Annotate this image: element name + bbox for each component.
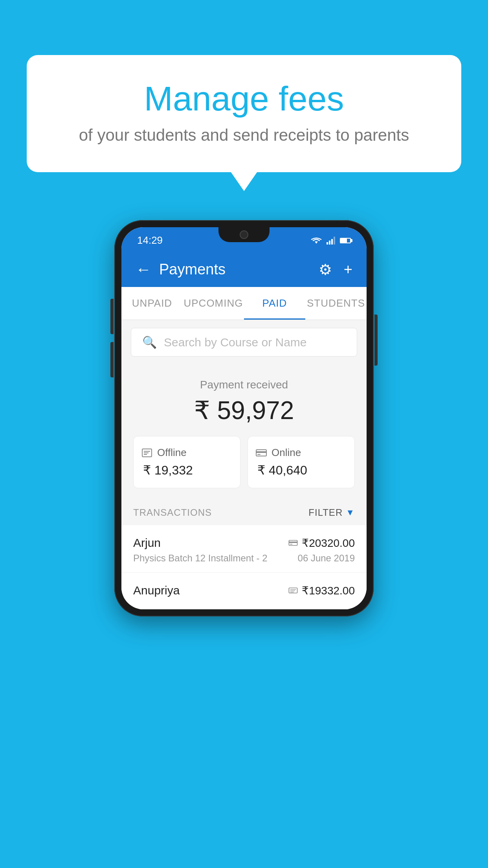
online-card: Online ₹ 40,640 bbox=[248, 436, 355, 488]
tab-unpaid[interactable]: UNPAID bbox=[121, 287, 183, 320]
transaction-top-arjun: Arjun ₹20320.00 bbox=[133, 536, 355, 550]
filter-button[interactable]: FILTER ▼ bbox=[308, 507, 355, 518]
filter-label: FILTER bbox=[308, 507, 343, 518]
svg-rect-14 bbox=[290, 544, 293, 544]
svg-marker-0 bbox=[315, 241, 318, 244]
payment-cards: Offline ₹ 19,332 Online bbox=[133, 436, 355, 488]
add-icon[interactable]: + bbox=[344, 261, 352, 278]
header-right: ⚙ + bbox=[319, 261, 352, 278]
transaction-method-icon bbox=[288, 539, 298, 546]
online-card-header: Online bbox=[256, 447, 347, 459]
tab-upcoming[interactable]: UPCOMING bbox=[183, 287, 244, 320]
transaction-amount: ₹20320.00 bbox=[302, 537, 355, 550]
status-icons bbox=[311, 237, 351, 245]
transaction-date: 06 June 2019 bbox=[298, 553, 355, 564]
tab-students[interactable]: STUDENTS bbox=[305, 287, 367, 320]
wifi-icon bbox=[311, 237, 322, 245]
battery-icon bbox=[340, 238, 351, 243]
svg-rect-1 bbox=[327, 242, 328, 245]
svg-rect-4 bbox=[334, 237, 335, 245]
phone-btn-volume-up bbox=[110, 299, 114, 334]
transaction-amount-wrapper: ₹19332.00 bbox=[288, 584, 355, 597]
phone-mockup: 14:29 bbox=[114, 220, 374, 616]
offline-card-header: Offline bbox=[141, 447, 232, 459]
transaction-bottom-arjun: Physics Batch 12 Installment - 2 06 June… bbox=[133, 553, 355, 564]
transaction-name: Anupriya bbox=[133, 584, 180, 597]
offline-card: Offline ₹ 19,332 bbox=[133, 436, 240, 488]
transaction-amount: ₹19332.00 bbox=[302, 584, 355, 597]
speech-bubble: Manage fees of your students and send re… bbox=[27, 55, 461, 172]
transaction-method-icon bbox=[288, 587, 298, 594]
transaction-description: Physics Batch 12 Installment - 2 bbox=[133, 553, 267, 564]
svg-rect-2 bbox=[329, 241, 330, 245]
phone-notch bbox=[218, 227, 270, 242]
tabs-bar: UNPAID UPCOMING PAID STUDENTS bbox=[121, 287, 367, 320]
transactions-header: TRANSACTIONS FILTER ▼ bbox=[121, 500, 367, 525]
status-time: 14:29 bbox=[137, 234, 163, 246]
svg-rect-10 bbox=[256, 451, 266, 453]
payment-total-amount: ₹ 59,972 bbox=[133, 396, 355, 425]
offline-amount: ₹ 19,332 bbox=[141, 463, 232, 478]
svg-rect-11 bbox=[257, 454, 261, 455]
search-input[interactable]: Search by Course or Name bbox=[164, 336, 307, 349]
offline-icon bbox=[141, 447, 152, 458]
transaction-top-anupriya: Anupriya ₹19332.00 bbox=[133, 584, 355, 597]
search-bar[interactable]: 🔍 Search by Course or Name bbox=[131, 328, 357, 357]
payment-received-label: Payment received bbox=[133, 379, 355, 391]
payment-summary: Payment received ₹ 59,972 Offli bbox=[121, 364, 367, 500]
back-button[interactable]: ← bbox=[136, 261, 151, 278]
transaction-amount-wrapper: ₹20320.00 bbox=[288, 537, 355, 550]
search-container: 🔍 Search by Course or Name bbox=[121, 320, 367, 364]
filter-icon: ▼ bbox=[346, 508, 355, 518]
offline-label: Offline bbox=[157, 447, 187, 459]
signal-icon bbox=[327, 237, 335, 245]
transactions-label: TRANSACTIONS bbox=[133, 507, 212, 518]
table-row[interactable]: Arjun ₹20320.00 Physics Batch bbox=[121, 525, 367, 573]
app-header: ← Payments ⚙ + bbox=[121, 252, 367, 287]
search-icon: 🔍 bbox=[142, 335, 157, 349]
phone-camera bbox=[240, 230, 248, 239]
tab-paid[interactable]: PAID bbox=[244, 287, 305, 320]
settings-icon[interactable]: ⚙ bbox=[319, 261, 332, 278]
battery-fill bbox=[341, 239, 347, 243]
phone-btn-volume-down bbox=[110, 342, 114, 377]
online-icon bbox=[256, 449, 267, 457]
header-title: Payments bbox=[159, 261, 226, 278]
bubble-title: Manage fees bbox=[58, 79, 430, 119]
svg-rect-3 bbox=[331, 239, 333, 245]
online-amount: ₹ 40,640 bbox=[256, 463, 347, 478]
bubble-subtitle: of your students and send receipts to pa… bbox=[58, 126, 430, 145]
header-left: ← Payments bbox=[136, 261, 226, 278]
online-label: Online bbox=[272, 447, 301, 459]
phone-btn-power bbox=[374, 314, 378, 366]
transaction-name: Arjun bbox=[133, 536, 161, 550]
table-row[interactable]: Anupriya ₹19332.00 bbox=[121, 573, 367, 609]
transaction-list: Arjun ₹20320.00 Physics Batch bbox=[121, 525, 367, 609]
speech-bubble-container: Manage fees of your students and send re… bbox=[27, 55, 461, 172]
svg-rect-13 bbox=[289, 542, 297, 543]
phone-outer: 14:29 bbox=[114, 220, 374, 616]
phone-screen: 14:29 bbox=[121, 227, 367, 609]
